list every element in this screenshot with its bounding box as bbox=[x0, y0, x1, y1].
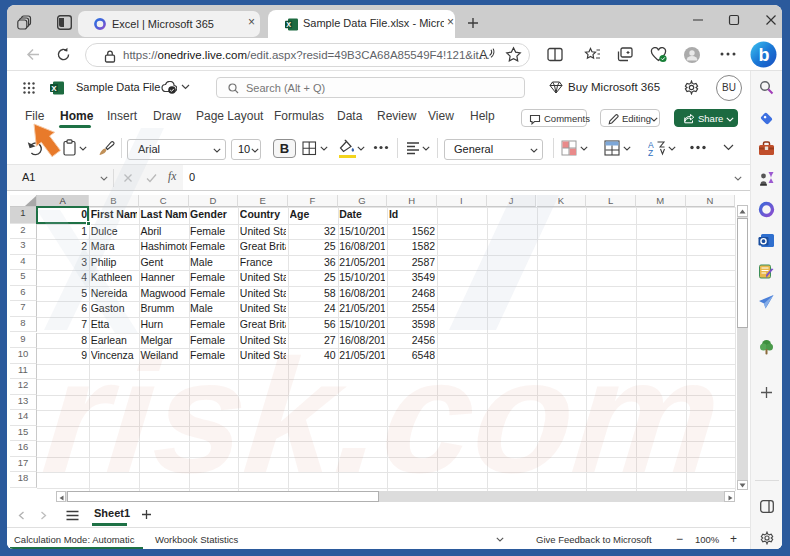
svg-text:A: A bbox=[479, 47, 488, 62]
svg-text:b: b bbox=[759, 45, 770, 65]
svg-text:X: X bbox=[51, 84, 57, 93]
svg-text:Z: Z bbox=[648, 148, 653, 157]
svg-text:X: X bbox=[286, 20, 291, 29]
